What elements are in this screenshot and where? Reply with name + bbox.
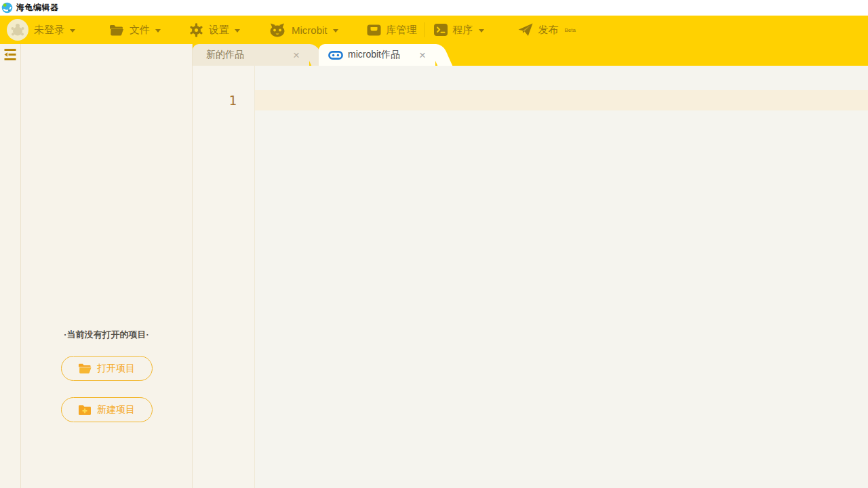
folder-open-icon [78, 363, 92, 374]
line-number-gutter: 1 [193, 66, 255, 488]
avatar-turtle-icon [7, 19, 28, 41]
chevron-down-icon [333, 29, 338, 33]
open-project-label: 打开项目 [97, 363, 135, 375]
menu-item-label: 发布 [538, 24, 559, 37]
collapse-panel-button[interactable] [0, 49, 20, 63]
line-number: 1 [193, 90, 254, 110]
menu-item-label: 程序 [453, 24, 473, 37]
menubar-divider [424, 22, 425, 37]
tab-strip: 新的作品 × microbit作品 × [193, 44, 868, 66]
terminal-icon [434, 24, 448, 36]
project-sidebar: ·当前没有打开的项目· 打开项目 新建项目 [21, 44, 193, 488]
menu-item-settings[interactable]: 设置 [189, 23, 240, 37]
titlebar: 海龟编辑器 [0, 0, 868, 16]
cat-icon [269, 23, 286, 37]
chevron-down-icon [479, 29, 484, 33]
tab-new-work[interactable]: 新的作品 × [193, 44, 309, 66]
menu-item-microbit[interactable]: Microbit [269, 23, 338, 37]
chevron-down-icon [70, 29, 75, 33]
tab-microbit-work[interactable]: microbit作品 × [319, 44, 435, 66]
code-area[interactable] [255, 66, 868, 488]
menu-item-label: Microbit [292, 24, 328, 36]
menu-item-publish[interactable]: 发布Beta [518, 23, 576, 37]
microbit-icon [328, 51, 343, 60]
library-box-icon [367, 24, 381, 36]
gear-icon [189, 23, 203, 37]
menu-item-file[interactable]: 文件 [109, 24, 161, 37]
menu-item-label: 未登录 [34, 24, 64, 37]
new-project-label: 新建项目 [97, 404, 135, 416]
folder-plus-icon [78, 405, 92, 415]
folder-open-icon [109, 24, 124, 36]
beta-badge: Beta [565, 27, 576, 33]
app-logo-icon [1, 2, 13, 14]
tab-label: 新的作品 [206, 49, 288, 61]
no-project-message: ·当前没有打开的项目· [64, 329, 149, 341]
active-line-highlight[interactable] [255, 90, 868, 110]
chevron-down-icon [155, 29, 161, 33]
paper-plane-icon [518, 23, 533, 37]
menu-item-label: 文件 [130, 24, 150, 37]
tab-label: microbit作品 [348, 49, 414, 61]
menu-item-program[interactable]: 程序 [434, 24, 484, 37]
open-project-button[interactable]: 打开项目 [61, 356, 153, 381]
new-project-button[interactable]: 新建项目 [61, 397, 153, 422]
menu-item-library[interactable]: 库管理 [367, 24, 417, 37]
chevron-down-icon [235, 29, 240, 33]
left-rail [0, 44, 21, 488]
collapse-panel-icon [4, 49, 16, 63]
menu-item-label: 库管理 [387, 24, 417, 37]
code-editor[interactable]: 1 [193, 66, 868, 488]
menu-item-label: 设置 [209, 24, 229, 37]
main-body: ·当前没有打开的项目· 打开项目 新建项目 [0, 44, 868, 488]
close-icon[interactable]: × [419, 49, 426, 61]
app-title: 海龟编辑器 [16, 2, 59, 14]
menubar: 未登录 文件 [0, 16, 868, 44]
editor-column: 新的作品 × microbit作品 × 1 [193, 44, 868, 488]
close-icon[interactable]: × [293, 49, 300, 61]
menu-item-user[interactable]: 未登录 [7, 19, 75, 41]
